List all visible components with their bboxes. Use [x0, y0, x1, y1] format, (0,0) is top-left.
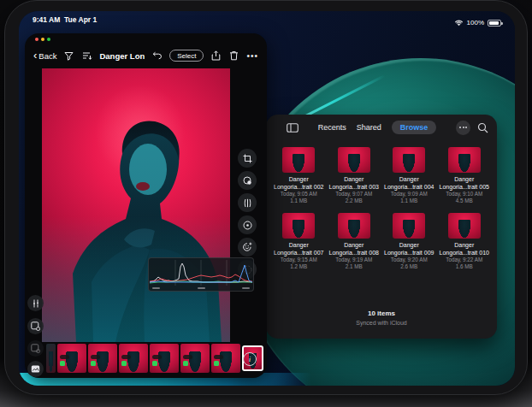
- file-date: Today, 9:05 AM: [281, 191, 317, 198]
- photo-canvas[interactable]: [42, 68, 230, 342]
- edited-badge: [60, 361, 65, 366]
- file-date: Today, 9:10 AM: [446, 191, 482, 198]
- file-name-line2: Longoria...trait 003: [329, 184, 379, 192]
- filmstrip-thumb[interactable]: [46, 344, 56, 373]
- vignette-tool-button[interactable]: [238, 215, 257, 234]
- file-item[interactable]: DangerLongoria...trait 007Today, 9:15 AM…: [273, 213, 325, 270]
- file-name-line1: Danger: [440, 176, 489, 184]
- share-icon: [211, 50, 221, 61]
- adjust-tool-button[interactable]: [238, 193, 257, 212]
- tab-recents[interactable]: Recents: [318, 123, 346, 132]
- aspect-badge: [121, 355, 131, 359]
- battery-icon: [488, 20, 501, 27]
- file-thumbnail: [338, 213, 370, 239]
- filmstrip-thumb[interactable]: [150, 344, 179, 373]
- tab-shared[interactable]: Shared: [357, 123, 381, 132]
- window-control-red[interactable]: [35, 38, 38, 41]
- edited-badge: [121, 361, 127, 366]
- filmstrip-thumb[interactable]: [211, 344, 240, 373]
- delete-button[interactable]: [228, 50, 239, 62]
- funnel-icon: [64, 51, 74, 61]
- trash-icon: [229, 50, 239, 61]
- editor-toolbar: ‹ Back Danger Longo...: [25, 44, 267, 67]
- crop-icon: [243, 154, 252, 163]
- filmstrip[interactable]: [46, 344, 263, 373]
- file-name-line2: Longoria...trait 010: [440, 250, 489, 257]
- file-name-line2: Longoria...trait 008: [329, 250, 379, 257]
- undo-button[interactable]: [151, 50, 163, 62]
- filter-button[interactable]: [63, 50, 74, 62]
- undo-icon: [152, 51, 163, 60]
- file-name-line1: Danger: [384, 242, 434, 250]
- window-controls[interactable]: [35, 38, 50, 41]
- crop-tool-button[interactable]: [238, 149, 257, 168]
- info-button[interactable]: i: [243, 352, 257, 366]
- retouch-icon: [242, 242, 252, 252]
- retouch-tool-button[interactable]: [238, 238, 257, 257]
- histogram-chart: [150, 260, 252, 286]
- aspect-badge: [60, 355, 69, 359]
- window-control-yellow[interactable]: [41, 38, 44, 41]
- editor-title: Danger Longo...: [99, 51, 145, 61]
- auto-adjust-button[interactable]: [27, 295, 44, 311]
- copy-adjustments-button[interactable]: [27, 340, 44, 357]
- file-item[interactable]: DangerLongoria...trait 005Today, 9:10 AM…: [439, 147, 491, 204]
- files-window: Recents Shared Browse DangerLongoria...t…: [266, 115, 497, 339]
- filmstrip-thumb[interactable]: [119, 344, 148, 373]
- search-icon[interactable]: [477, 122, 488, 133]
- file-item[interactable]: DangerLongoria...trait 010Today, 9:22 AM…: [439, 213, 491, 270]
- file-name-line1: Danger: [384, 176, 434, 184]
- chevron-left-icon: ‹: [33, 51, 37, 59]
- filmstrip-thumb[interactable]: [88, 344, 117, 373]
- files-tabs: Recents Shared Browse: [299, 121, 456, 134]
- file-size: 1.1 MB: [400, 198, 417, 204]
- file-size: 1.1 MB: [290, 198, 307, 204]
- ipad-screen: 9:41 AM Tue Apr 1 100% ‹ Back: [19, 11, 515, 386]
- edited-badge: [152, 361, 157, 366]
- file-item[interactable]: DangerLongoria...trait 004Today, 9:09 AM…: [383, 147, 435, 204]
- sort-button[interactable]: [81, 50, 92, 62]
- white-balance-tool-button[interactable]: [238, 171, 257, 190]
- wifi-icon: [454, 20, 464, 27]
- file-name-line1: Danger: [274, 242, 323, 250]
- status-time-date: 9:41 AM Tue Apr 1: [33, 15, 97, 30]
- files-header: Recents Shared Browse: [266, 115, 497, 140]
- aspect-badge: [214, 355, 223, 359]
- window-control-green[interactable]: [47, 38, 50, 41]
- more-button[interactable]: •••: [246, 51, 258, 61]
- back-label: Back: [38, 51, 56, 61]
- tab-browse[interactable]: Browse: [392, 121, 437, 134]
- vignette-icon: [243, 221, 252, 230]
- file-item[interactable]: DangerLongoria...trait 003Today, 9:07 AM…: [328, 147, 381, 204]
- photo-browser-button[interactable]: [27, 361, 44, 377]
- select-button[interactable]: Select: [169, 50, 204, 62]
- export-settings-button[interactable]: [27, 318, 44, 334]
- filmstrip-thumb[interactable]: [180, 344, 210, 373]
- sliders-icon: [32, 299, 40, 308]
- aspect-badge: [183, 355, 192, 359]
- edited-badge: [183, 361, 188, 366]
- edited-badge: [91, 361, 96, 366]
- adjust-icon: [243, 198, 252, 208]
- file-name-line2: Longoria...trait 009: [384, 250, 434, 257]
- back-button[interactable]: ‹ Back: [33, 51, 56, 61]
- file-size: 1.6 MB: [456, 263, 473, 270]
- file-item[interactable]: DangerLongoria...trait 002Today, 9:05 AM…: [273, 147, 325, 204]
- sort-icon: [82, 51, 92, 61]
- photo-editor-window: ‹ Back Danger Longo...: [25, 33, 267, 378]
- image-circle-icon: [31, 344, 40, 353]
- file-name-line2: Longoria...trait 004: [384, 184, 434, 192]
- files-more-button[interactable]: [456, 121, 470, 135]
- white-balance-icon: [243, 176, 252, 186]
- filmstrip-thumb[interactable]: [57, 344, 86, 373]
- file-date: Today, 9:07 AM: [335, 191, 372, 198]
- share-button[interactable]: [210, 50, 222, 62]
- status-time: 9:41 AM: [33, 15, 60, 24]
- sidebar-toggle-icon[interactable]: [287, 123, 299, 133]
- file-size: 1.2 MB: [290, 263, 307, 270]
- file-item[interactable]: DangerLongoria...trait 009Today, 9:20 AM…: [383, 213, 435, 270]
- image-gear-icon: [31, 321, 40, 331]
- status-date: Tue Apr 1: [64, 15, 97, 24]
- sync-status: Synced with iCloud: [266, 320, 497, 326]
- file-item[interactable]: DangerLongoria...trait 008Today, 9:19 AM…: [328, 213, 381, 270]
